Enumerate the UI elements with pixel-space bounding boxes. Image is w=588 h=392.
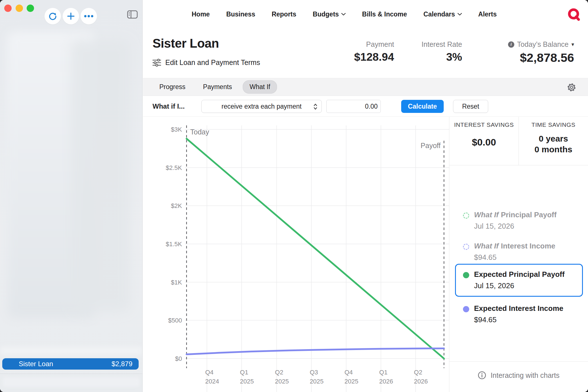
what-if-label: What if I... bbox=[153, 102, 185, 110]
svg-text:2024: 2024 bbox=[205, 378, 219, 385]
svg-text:$500: $500 bbox=[168, 317, 182, 324]
nav-calendars[interactable]: Calendars bbox=[424, 10, 462, 18]
svg-text:$2.5K: $2.5K bbox=[166, 164, 182, 171]
main-content: Home Business Reports Budgets Bills & In… bbox=[143, 0, 588, 392]
svg-text:Q2: Q2 bbox=[275, 369, 283, 376]
loan-payoff-chart[interactable]: $0$500$1K$1.5K$2K$2.5K$3KQ42024Q12025Q22… bbox=[143, 117, 449, 392]
stat-payment-value: $128.94 bbox=[354, 51, 394, 63]
stat-payment: Payment $128.94 bbox=[354, 40, 394, 63]
tab-bar: Progress Payments What If bbox=[143, 78, 588, 96]
sync-icon bbox=[48, 11, 58, 21]
svg-text:Q4: Q4 bbox=[344, 369, 353, 376]
svg-text:Q3: Q3 bbox=[310, 369, 318, 376]
zoom-button[interactable] bbox=[27, 5, 34, 12]
divider bbox=[449, 361, 588, 362]
interest-savings-value: $0.00 bbox=[449, 137, 519, 148]
divider bbox=[0, 374, 142, 374]
dashed-circle-icon bbox=[463, 244, 469, 250]
settings-button[interactable] bbox=[566, 82, 577, 92]
sliders-icon bbox=[153, 59, 161, 67]
what-if-toolbar: What if I... receive extra each payment … bbox=[143, 96, 588, 117]
tab-payments[interactable]: Payments bbox=[196, 80, 239, 94]
interest-savings-cell: INTEREST SAVINGS $0.00 bbox=[449, 117, 519, 165]
page-title: Sister Loan bbox=[153, 36, 219, 50]
stat-interest-value: 3% bbox=[422, 51, 462, 63]
extra-amount-input[interactable] bbox=[326, 100, 381, 113]
stat-interest-label: Interest Rate bbox=[422, 40, 462, 49]
svg-text:$1K: $1K bbox=[171, 279, 182, 286]
scenario-select-value: receive extra each payment bbox=[221, 103, 302, 110]
sidebar-blurred-content bbox=[71, 40, 130, 312]
nav-bills-income[interactable]: Bills & Income bbox=[362, 10, 407, 18]
sidebar: Sister Loan $2,879 bbox=[0, 0, 143, 392]
ellipsis-icon bbox=[84, 15, 94, 18]
info-icon[interactable]: i bbox=[508, 41, 514, 48]
legend-expected-principal[interactable]: Expected Principal Payoff Jul 15, 2026 bbox=[463, 270, 564, 290]
svg-text:2026: 2026 bbox=[379, 378, 393, 385]
time-savings-value: 0 years 0 months bbox=[519, 133, 588, 155]
balance-selector[interactable]: i Today’s Balance ▾ bbox=[508, 40, 574, 49]
svg-text:Q1: Q1 bbox=[379, 369, 388, 376]
close-button[interactable] bbox=[4, 5, 12, 12]
chart-help-link[interactable]: Interacting with charts bbox=[449, 371, 588, 380]
stat-interest-rate: Interest Rate 3% bbox=[422, 40, 462, 63]
sync-button[interactable] bbox=[45, 8, 61, 24]
chart-side-panel: INTEREST SAVINGS $0.00 TIME SAVINGS 0 ye… bbox=[449, 117, 588, 392]
svg-text:Payoff: Payoff bbox=[421, 142, 441, 149]
caret-down-icon: ▾ bbox=[571, 41, 574, 48]
top-nav: Home Business Reports Budgets Bills & In… bbox=[143, 0, 545, 28]
stat-payment-label: Payment bbox=[354, 40, 394, 49]
svg-text:$2K: $2K bbox=[171, 202, 182, 209]
svg-text:Q1: Q1 bbox=[240, 369, 248, 376]
gear-icon bbox=[566, 82, 577, 92]
nav-alerts[interactable]: Alerts bbox=[478, 10, 497, 18]
sidebar-item-sister-loan[interactable]: Sister Loan $2,879 bbox=[2, 358, 139, 370]
svg-text:$1.5K: $1.5K bbox=[166, 241, 182, 248]
edit-loan-link[interactable]: Edit Loan and Payment Terms bbox=[153, 58, 260, 67]
reset-button[interactable]: Reset bbox=[453, 100, 488, 113]
chevron-down-icon bbox=[341, 13, 346, 16]
sidebar-item-amount: $2,879 bbox=[112, 360, 132, 368]
minimize-button[interactable] bbox=[16, 5, 23, 12]
legend-whatif-interest[interactable]: What IfInterest Income $94.65 bbox=[463, 242, 555, 262]
sidebar-item-label: Sister Loan bbox=[19, 360, 53, 368]
edit-loan-label: Edit Loan and Payment Terms bbox=[165, 58, 260, 67]
scenario-select[interactable]: receive extra each payment bbox=[201, 100, 322, 113]
tab-progress[interactable]: Progress bbox=[153, 80, 192, 94]
chevron-down-icon bbox=[458, 13, 462, 16]
nav-home[interactable]: Home bbox=[192, 10, 210, 18]
nav-business[interactable]: Business bbox=[226, 10, 255, 18]
legend-expected-interest[interactable]: Expected Interest Income $94.65 bbox=[463, 304, 563, 324]
chart-help-label: Interacting with charts bbox=[490, 371, 559, 380]
svg-text:2025: 2025 bbox=[240, 378, 254, 385]
app-window: Sister Loan $2,879 Home Business Reports… bbox=[0, 0, 588, 392]
add-button[interactable] bbox=[63, 8, 79, 24]
stat-balance-value: $2,878.56 bbox=[508, 51, 574, 65]
sidebar-toggle-icon bbox=[127, 10, 138, 19]
legend-whatif-principal[interactable]: What IfPrincipal Payoff Jul 15, 2026 bbox=[463, 210, 557, 231]
info-circle-icon bbox=[478, 371, 486, 380]
quicken-logo bbox=[568, 8, 581, 21]
more-button[interactable] bbox=[81, 8, 97, 24]
dashed-circle-icon bbox=[463, 212, 469, 219]
sidebar-blurred-content bbox=[3, 377, 140, 387]
interest-savings-label: INTEREST SAVINGS bbox=[449, 121, 519, 128]
plus-icon bbox=[66, 12, 75, 21]
sidebar-toggle-button[interactable] bbox=[127, 10, 138, 19]
svg-text:$3K: $3K bbox=[171, 126, 182, 133]
select-arrows-icon bbox=[313, 103, 318, 110]
nav-budgets[interactable]: Budgets bbox=[313, 10, 346, 18]
svg-text:Q2: Q2 bbox=[414, 369, 422, 376]
time-savings-cell: TIME SAVINGS 0 years 0 months bbox=[519, 117, 588, 165]
tab-what-if[interactable]: What If bbox=[243, 80, 277, 94]
dot-icon bbox=[463, 306, 469, 312]
stat-balance: i Today’s Balance ▾ $2,878.56 bbox=[508, 40, 574, 65]
dot-icon bbox=[463, 272, 469, 278]
svg-text:2025: 2025 bbox=[310, 378, 323, 385]
svg-text:2026: 2026 bbox=[414, 378, 428, 385]
nav-reports[interactable]: Reports bbox=[272, 10, 296, 18]
sidebar-blurred-content bbox=[0, 347, 142, 355]
svg-text:2025: 2025 bbox=[344, 378, 358, 385]
calculate-button[interactable]: Calculate bbox=[401, 100, 444, 113]
svg-text:2025: 2025 bbox=[275, 378, 289, 385]
